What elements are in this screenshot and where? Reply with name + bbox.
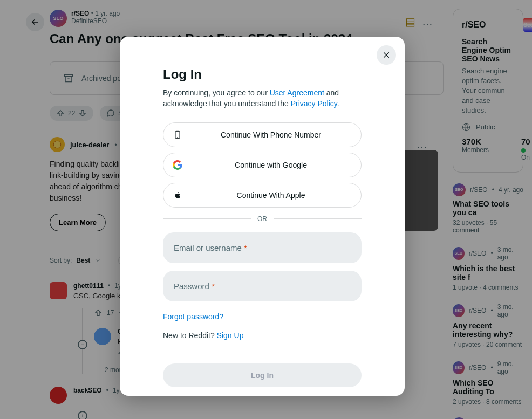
apple-icon xyxy=(172,190,183,201)
login-modal: Log In By continuing, you agree to our U… xyxy=(120,37,405,396)
email-field[interactable]: Email or username * xyxy=(163,232,362,263)
forgot-password-link[interactable]: Forgot password? xyxy=(163,312,223,321)
signup-link[interactable]: Sign Up xyxy=(217,331,244,340)
user-agreement-link[interactable]: User Agreement xyxy=(270,88,324,97)
login-submit-button[interactable]: Log In xyxy=(163,363,362,387)
modal-consent-text: By continuing, you agree to our User Agr… xyxy=(163,87,362,109)
close-icon xyxy=(382,51,391,59)
password-field[interactable]: Password * xyxy=(163,271,362,301)
modal-heading: Log In xyxy=(163,67,362,82)
close-button[interactable] xyxy=(377,45,396,65)
phone-icon xyxy=(172,129,183,140)
continue-apple-button[interactable]: Continue With Apple xyxy=(163,183,362,208)
continue-google-button[interactable]: Continue with Google xyxy=(163,153,362,177)
signup-prompt: New to Reddit? Sign Up xyxy=(163,331,362,340)
continue-phone-button[interactable]: Continue With Phone Number xyxy=(163,122,362,147)
google-icon xyxy=(172,160,183,170)
or-divider: OR xyxy=(163,215,362,223)
privacy-policy-link[interactable]: Privacy Policy xyxy=(291,99,337,108)
